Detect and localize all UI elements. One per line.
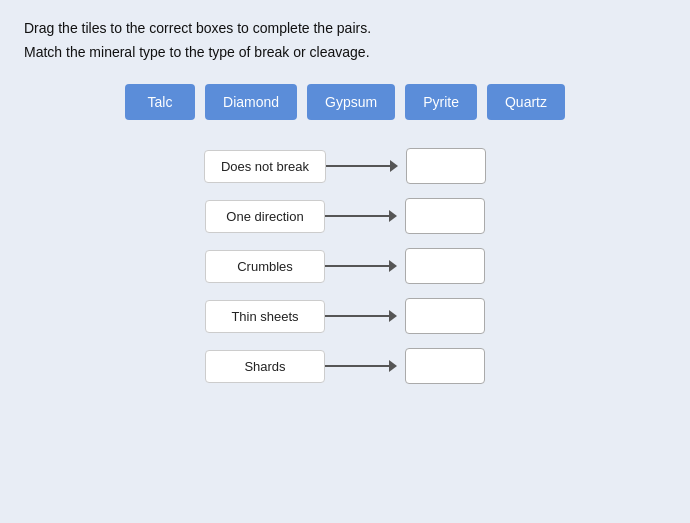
instruction-line1: Drag the tiles to the correct boxes to c… — [24, 20, 666, 36]
matching-area: Does not break One direction Crumbles Th… — [24, 148, 666, 384]
arrow-one-direction — [325, 210, 405, 222]
drop-box-one-direction[interactable] — [405, 198, 485, 234]
label-shards: Shards — [205, 350, 325, 383]
tile-quartz[interactable]: Quartz — [487, 84, 565, 120]
label-thin-sheets: Thin sheets — [205, 300, 325, 333]
label-does-not-break: Does not break — [204, 150, 326, 183]
arrow-thin-sheets — [325, 310, 405, 322]
tile-pyrite[interactable]: Pyrite — [405, 84, 477, 120]
drop-box-thin-sheets[interactable] — [405, 298, 485, 334]
drop-box-shards[interactable] — [405, 348, 485, 384]
arrow-shards — [325, 360, 405, 372]
main-container: Drag the tiles to the correct boxes to c… — [0, 0, 690, 523]
label-one-direction: One direction — [205, 200, 325, 233]
match-row-shards: Shards — [205, 348, 485, 384]
match-row-one-direction: One direction — [205, 198, 485, 234]
label-crumbles: Crumbles — [205, 250, 325, 283]
instruction-line2: Match the mineral type to the type of br… — [24, 44, 666, 60]
arrow-does-not-break — [326, 160, 406, 172]
tile-diamond[interactable]: Diamond — [205, 84, 297, 120]
drop-box-crumbles[interactable] — [405, 248, 485, 284]
match-row-crumbles: Crumbles — [205, 248, 485, 284]
match-row-does-not-break: Does not break — [204, 148, 486, 184]
tile-gypsum[interactable]: Gypsum — [307, 84, 395, 120]
arrow-crumbles — [325, 260, 405, 272]
tile-talc[interactable]: Talc — [125, 84, 195, 120]
tiles-row: Talc Diamond Gypsum Pyrite Quartz — [24, 84, 666, 120]
match-row-thin-sheets: Thin sheets — [205, 298, 485, 334]
drop-box-does-not-break[interactable] — [406, 148, 486, 184]
